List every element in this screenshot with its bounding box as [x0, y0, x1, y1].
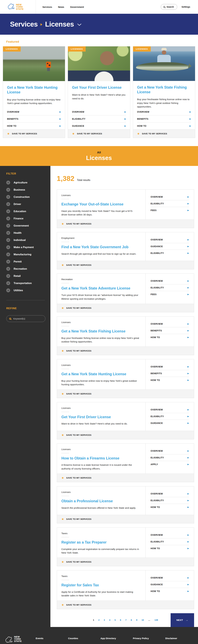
result-link-howto[interactable]: HOW TO▶	[151, 334, 189, 340]
filter-item-recreation[interactable]: + Recreation	[6, 267, 45, 271]
filter-item-education[interactable]: + Education	[6, 209, 45, 213]
featured-link-benefits[interactable]: BENEFITS ▶	[7, 115, 61, 122]
result-title-link[interactable]: Get a New York State Fishing License	[61, 329, 139, 334]
save-to-my-services-button[interactable]: ★ SAVE TO MY SERVICES	[133, 129, 195, 138]
page-9[interactable]: 9	[136, 619, 137, 621]
featured-link-howto[interactable]: HOW TO ▶	[137, 122, 191, 129]
page-139[interactable]: 139	[154, 619, 158, 621]
save-to-my-services-button[interactable]: ★ SAVE TO MY SERVICES	[57, 261, 194, 269]
save-to-my-services-button[interactable]: ★ SAVE TO MY SERVICES	[68, 129, 130, 138]
result-link-apply[interactable]: APPLY▶	[151, 461, 189, 468]
save-to-my-services-button[interactable]: ★ SAVE TO MY SERVICES	[57, 558, 194, 566]
save-to-my-services-button[interactable]: ★ SAVE TO MY SERVICES	[3, 129, 65, 138]
footer-link-counties[interactable]: Counties	[68, 637, 100, 640]
save-to-my-services-button[interactable]: ★ SAVE TO MY SERVICES	[57, 600, 194, 609]
save-to-my-services-button[interactable]: ★ SAVE TO MY SERVICES	[57, 304, 194, 312]
keyword-input[interactable]	[13, 317, 40, 320]
breadcrumb-services[interactable]: Services	[10, 20, 38, 28]
filter-item-permit[interactable]: + Permit	[6, 260, 45, 264]
featured-link-overview[interactable]: OVERVIEW ▶	[137, 108, 191, 115]
filter-item-retail[interactable]: + Retail	[6, 274, 45, 278]
featured-title-link[interactable]: Get Your First Driver License	[72, 85, 126, 90]
page-4[interactable]: 4	[109, 619, 110, 621]
result-title-link[interactable]: Obtain a Professional License	[61, 499, 139, 504]
save-to-my-services-button[interactable]: ★ SAVE TO MY SERVICES	[57, 346, 194, 355]
filter-item-make-a-payment[interactable]: + Make a Payment	[6, 245, 45, 249]
result-link-benefits[interactable]: BENEFITS▶	[151, 370, 189, 377]
featured-title-link[interactable]: Get a New York State Hunting License	[7, 85, 61, 95]
filter-item-utilities[interactable]: + Utilities	[6, 288, 45, 292]
result-link-guidance[interactable]: GUIDANCE▶	[151, 581, 189, 588]
filter-item-driver[interactable]: + Driver	[6, 202, 45, 206]
result-title-link[interactable]: Find a New York State Government Job	[61, 245, 139, 250]
featured-link-eligibility[interactable]: ELIGIBILITY ▶	[72, 115, 126, 122]
result-link-eligibility[interactable]: ELIGIBILITY▶	[151, 454, 189, 461]
filter-item-transportation[interactable]: + Transportation	[6, 281, 45, 285]
filter-item-business[interactable]: + Business	[6, 188, 45, 192]
featured-link-overview[interactable]: OVERVIEW ▶	[7, 108, 61, 115]
result-link-eligibility[interactable]: ELIGIBILITY▶	[151, 200, 189, 207]
result-link-howto[interactable]: HOW TO▶	[151, 545, 189, 552]
result-link-overview[interactable]: OVERVIEW▶	[151, 278, 189, 284]
footer-link-events[interactable]: Events	[36, 637, 68, 640]
footer-link-disclaimer[interactable]: Disclaimer	[165, 637, 198, 640]
featured-link-overview[interactable]: OVERVIEW ▶	[72, 108, 126, 115]
page-7[interactable]: 7	[125, 619, 127, 621]
result-link-overview[interactable]: OVERVIEW▶	[151, 448, 189, 454]
nav-news[interactable]: News	[58, 6, 64, 8]
result-title-link[interactable]: Get a New York State Adventure License	[61, 286, 139, 291]
nav-services[interactable]: Services	[42, 6, 52, 8]
result-title-link[interactable]: How to Obtain a Firearms License	[61, 456, 139, 461]
featured-link-howto[interactable]: HOW TO ▶	[7, 122, 61, 129]
featured-title-link[interactable]: Get a New York State Fishing License	[137, 85, 191, 94]
filter-item-individual[interactable]: + Individual	[6, 238, 45, 242]
result-link-guidance[interactable]: GUIDANCE▶	[151, 420, 189, 426]
result-link-eligibility[interactable]: ELIGIBILITY▶	[151, 413, 189, 420]
page-8[interactable]: 8	[131, 619, 132, 621]
footer-link-app-directory[interactable]: App Directory	[100, 637, 133, 640]
result-link-overview[interactable]: OVERVIEW▶	[151, 574, 189, 581]
page-2[interactable]: 2	[98, 619, 100, 621]
result-link-overview[interactable]: OVERVIEW▶	[151, 194, 189, 200]
result-link-howto[interactable]: HOW TO▶	[151, 377, 189, 384]
footer-nys-logo[interactable]: NEW YORK STATE	[5, 635, 36, 644]
nys-logo[interactable]: NEW YORK STATE	[0, 0, 36, 14]
save-to-my-services-button[interactable]: ★ SAVE TO MY SERVICES	[57, 474, 194, 482]
result-link-howto[interactable]: HOW TO▶	[151, 504, 189, 510]
page-6[interactable]: 6	[120, 619, 121, 621]
result-title-link[interactable]: Register for Sales Tax	[61, 583, 139, 588]
save-to-my-services-button[interactable]: ★ SAVE TO MY SERVICES	[57, 390, 194, 398]
filter-item-health[interactable]: + Health	[6, 231, 45, 235]
search-button[interactable]: Search	[161, 4, 177, 10]
result-link-overview[interactable]: OVERVIEW▶	[151, 364, 189, 370]
save-to-my-services-button[interactable]: ★ SAVE TO MY SERVICES	[57, 431, 194, 439]
save-to-my-services-button[interactable]: ★ SAVE TO MY SERVICES	[57, 515, 194, 523]
result-link-guidance[interactable]: GUIDANCE▶	[151, 243, 189, 250]
page-1[interactable]: 1	[93, 619, 94, 621]
result-link-eligibility[interactable]: ELIGIBILITY▶	[151, 250, 189, 256]
result-link-overview[interactable]: OVERVIEW▶	[151, 490, 189, 497]
next-page-button[interactable]: NEXT →	[171, 613, 194, 627]
page-5[interactable]: 5	[115, 619, 116, 621]
result-link-eligibility[interactable]: ELIGIBILITY▶	[151, 497, 189, 504]
page-3[interactable]: 3	[104, 619, 105, 621]
result-link-fees[interactable]: FEES▶	[151, 291, 189, 298]
filter-item-construction[interactable]: + Construction	[6, 195, 45, 199]
result-link-overview[interactable]: OVERVIEW▶	[151, 406, 189, 413]
result-link-overview[interactable]: OVERVIEW▶	[151, 236, 189, 243]
result-title-link[interactable]: Register as a Tax Preparer	[61, 540, 139, 545]
filter-item-government[interactable]: + Government	[6, 224, 45, 228]
result-link-overview[interactable]: OVERVIEW▶	[151, 320, 189, 327]
filter-item-agriculture[interactable]: + Agriculture	[6, 180, 45, 184]
result-title-link[interactable]: Exchange Your Out-of-State License	[61, 202, 139, 207]
result-link-eligibility[interactable]: ELIGIBILITY▶	[151, 284, 189, 291]
result-link-benefits[interactable]: BENEFITS▶	[151, 327, 189, 334]
result-link-overview[interactable]: OVERVIEW▶	[151, 532, 189, 538]
filter-item-manufacturing[interactable]: + Manufacturing	[6, 252, 45, 256]
result-link-eligibility[interactable]: ELIGIBILITY▶	[151, 538, 189, 545]
settings-link[interactable]: Settings	[181, 6, 190, 8]
result-link-howto[interactable]: HOW TO▶	[151, 588, 189, 594]
save-to-my-services-button[interactable]: ★ SAVE TO MY SERVICES	[57, 220, 194, 228]
result-title-link[interactable]: Get a New York State Hunting License	[61, 372, 139, 376]
result-title-link[interactable]: Get Your First Driver License	[61, 415, 139, 420]
